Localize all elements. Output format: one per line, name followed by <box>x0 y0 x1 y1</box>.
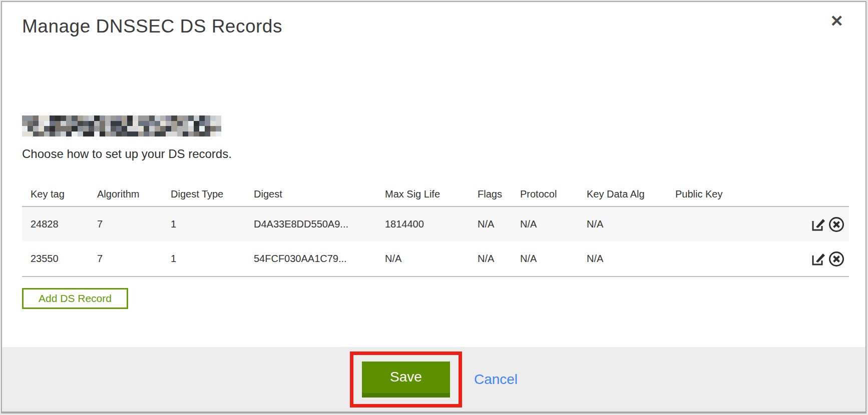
cell-key-tag: 23550 <box>22 253 89 264</box>
cell-digest-type: 1 <box>162 253 245 264</box>
header-digest: Digest <box>245 188 376 200</box>
cell-algorithm: 7 <box>89 253 162 264</box>
header-key-data-alg: Key Data Alg <box>578 188 667 200</box>
cell-digest: D4A33E8DD550A9... <box>245 218 376 230</box>
dialog-footer: Save Cancel <box>2 347 865 412</box>
header-protocol: Protocol <box>512 188 578 200</box>
cell-protocol: N/A <box>512 218 578 230</box>
cell-key-data-alg: N/A <box>578 253 667 264</box>
header-algorithm: Algorithm <box>89 188 162 200</box>
cell-key-data-alg: N/A <box>578 218 667 230</box>
delete-record-icon[interactable] <box>828 216 845 233</box>
edit-record-icon[interactable] <box>810 216 827 233</box>
header-public-key: Public Key <box>667 188 801 200</box>
delete-record-icon[interactable] <box>828 250 845 268</box>
redacted-domain-name <box>22 116 221 136</box>
edit-record-icon[interactable] <box>810 250 827 268</box>
add-ds-record-button[interactable]: Add DS Record <box>22 288 128 309</box>
table-header-row: Key tag Algorithm Digest Type Digest Max… <box>22 182 849 206</box>
dnssec-ds-records-dialog: Manage DNSSEC DS Records ✕ Choose how to… <box>1 1 866 414</box>
save-button[interactable]: Save <box>362 362 450 398</box>
cell-key-tag: 24828 <box>22 218 89 230</box>
row-actions <box>801 216 849 233</box>
header-max-sig-life: Max Sig Life <box>376 188 469 200</box>
close-icon[interactable]: ✕ <box>830 13 843 29</box>
table-row: 23550 7 1 54FCF030AA1C79... N/A N/A N/A … <box>22 242 849 277</box>
header-key-tag: Key tag <box>22 188 89 200</box>
cell-flags: N/A <box>469 253 512 264</box>
row-actions <box>801 250 849 268</box>
cell-max-sig-life: N/A <box>376 253 469 264</box>
table-row: 24828 7 1 D4A33E8DD550A9... 1814400 N/A … <box>22 206 849 242</box>
page-title: Manage DNSSEC DS Records <box>22 16 282 37</box>
header-flags: Flags <box>469 188 512 200</box>
save-button-highlight-box: Save <box>350 352 462 408</box>
cell-digest: 54FCF030AA1C79... <box>245 253 376 264</box>
cancel-link[interactable]: Cancel <box>474 372 518 388</box>
ds-records-table: Key tag Algorithm Digest Type Digest Max… <box>22 182 849 277</box>
cell-digest-type: 1 <box>162 218 245 230</box>
cell-max-sig-life: 1814400 <box>376 218 469 230</box>
instruction-text: Choose how to set up your DS records. <box>22 147 232 161</box>
cell-algorithm: 7 <box>89 218 162 230</box>
header-digest-type: Digest Type <box>162 188 245 200</box>
cell-flags: N/A <box>469 218 512 230</box>
cell-protocol: N/A <box>512 253 578 264</box>
